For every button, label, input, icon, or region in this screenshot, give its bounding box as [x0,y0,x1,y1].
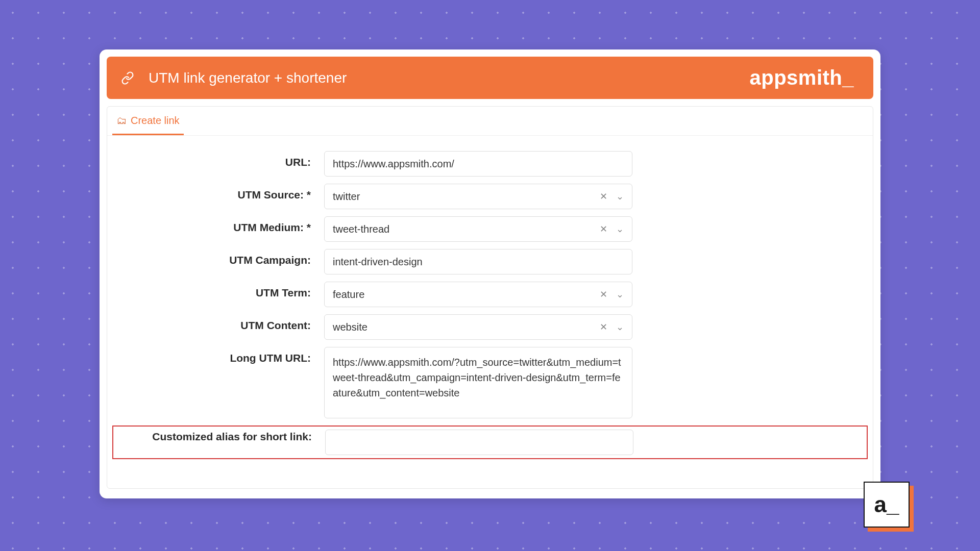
app-header: UTM link generator + shortener appsmith_ [107,57,873,99]
chevron-down-icon[interactable]: ⌄ [614,191,626,202]
row-utm-medium: UTM Medium: * tweet-thread ✕ ⌄ [107,216,873,242]
label-utm-content: UTM Content: [107,314,324,332]
label-utm-medium: UTM Medium: * [107,216,324,234]
main-panel: 🗂 Create link URL: UTM Source: * twitter… [107,106,873,489]
notebook-icon: 🗂 [116,115,127,127]
utm-medium-value: tweet-thread [333,223,593,235]
utm-content-select[interactable]: website ✕ ⌄ [324,314,632,340]
row-alias: Customized alias for short link: [112,425,868,459]
link-icon [121,71,134,85]
app-card: UTM link generator + shortener appsmith_… [100,49,880,498]
utm-term-select[interactable]: feature ✕ ⌄ [324,282,632,307]
brand-chip-face: a_ [864,482,910,528]
utm-content-value: website [333,321,593,333]
label-url: URL: [107,151,324,168]
row-long-url: Long UTM URL: https://www.appsmith.com/?… [107,347,873,418]
header-left: UTM link generator + shortener [121,70,347,86]
label-long-url: Long UTM URL: [107,347,324,364]
form: URL: UTM Source: * twitter ✕ ⌄ UTM Mediu… [107,136,873,459]
label-utm-source: UTM Source: * [107,184,324,201]
utm-medium-select[interactable]: tweet-thread ✕ ⌄ [324,216,632,242]
chevron-down-icon[interactable]: ⌄ [614,223,626,235]
tab-bar: 🗂 Create link [107,107,873,136]
utm-term-value: feature [333,289,593,300]
row-url: URL: [107,151,873,177]
row-utm-term: UTM Term: feature ✕ ⌄ [107,282,873,307]
clear-icon[interactable]: ✕ [597,321,609,333]
alias-input[interactable] [325,430,633,455]
url-input[interactable] [324,151,632,177]
chevron-down-icon[interactable]: ⌄ [614,289,626,300]
tab-label: Create link [131,115,180,127]
brand-chip: a_ [864,482,914,532]
label-utm-term: UTM Term: [107,282,324,299]
page-title: UTM link generator + shortener [149,70,347,86]
row-utm-source: UTM Source: * twitter ✕ ⌄ [107,184,873,209]
row-utm-campaign: UTM Campaign: [107,249,873,274]
clear-icon[interactable]: ✕ [597,289,609,300]
row-utm-content: UTM Content: website ✕ ⌄ [107,314,873,340]
label-alias: Customized alias for short link: [113,430,325,443]
utm-campaign-input[interactable] [324,249,632,274]
utm-source-select[interactable]: twitter ✕ ⌄ [324,184,632,209]
clear-icon[interactable]: ✕ [597,191,609,202]
tab-create-link[interactable]: 🗂 Create link [112,107,184,135]
long-url-output[interactable]: https://www.appsmith.com/?utm_source=twi… [324,347,632,418]
utm-source-value: twitter [333,191,593,203]
chevron-down-icon[interactable]: ⌄ [614,321,626,333]
brand-logo: appsmith_ [749,66,854,89]
label-utm-campaign: UTM Campaign: [107,249,324,266]
clear-icon[interactable]: ✕ [597,223,609,235]
